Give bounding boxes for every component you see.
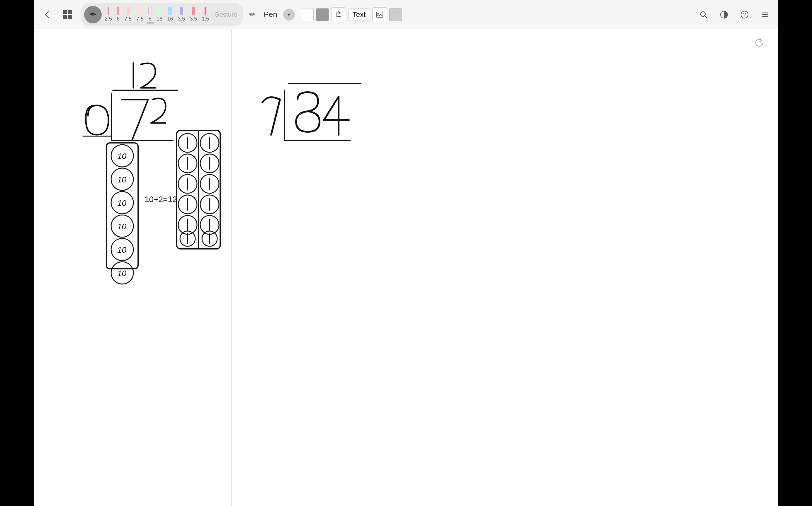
pen-size-1[interactable]: 2.5 [103,6,114,23]
svg-text:10: 10 [117,222,127,231]
svg-text:10: 10 [117,198,127,207]
svg-text:?: ? [743,12,746,17]
pen-size-6[interactable]: 16 [155,6,164,23]
text-button[interactable]: Text [348,8,370,21]
svg-point-1 [378,13,379,14]
pen-size-8[interactable]: 3.5 [176,6,187,23]
pen-tools-palette: ✒ 2.5 6 7.5 7.5 8 [81,3,243,26]
gesture-label: Gesture [214,11,237,18]
pen-size-4[interactable]: 7.5 [135,6,145,23]
pen-size-7[interactable]: 16 [165,6,175,23]
pen-size-2[interactable]: 6 [115,6,121,23]
eraser-button[interactable] [389,8,402,21]
right-tools: Text [301,7,402,22]
pen-icon: ✏ [249,10,256,19]
lasso-button[interactable] [331,7,346,22]
svg-text:10: 10 [117,152,127,161]
grid-button[interactable] [60,7,75,22]
pen-size-3[interactable]: 7.5 [123,6,133,23]
gray-color-swatch[interactable] [316,8,329,21]
pen-size-9[interactable]: 3.5 [188,6,199,23]
drawing-canvas[interactable]: 10 10 10 10 10 10 10+2=12 [34,29,778,506]
svg-text:10: 10 [117,175,127,184]
help-button[interactable]: ? [737,7,752,22]
svg-text:10+2=12: 10+2=12 [144,195,177,204]
search-button[interactable] [696,7,711,22]
back-button[interactable] [40,7,54,22]
pen-size-10[interactable]: 1.5 [200,6,211,23]
white-color-swatch[interactable] [301,8,314,21]
svg-line-3 [705,16,707,18]
svg-text:10: 10 [117,245,127,254]
pen-tool-label: Pen [264,10,277,19]
menu-button[interactable] [758,7,772,22]
svg-text:10: 10 [117,269,127,278]
pen-nib-icon: ✒ [90,10,96,19]
canvas-area[interactable]: 10 10 10 10 10 10 10+2=12 [34,29,778,506]
pen-dropdown-button[interactable]: ▾ [283,9,295,20]
pen-size-5[interactable]: 8 [147,6,154,23]
theme-toggle-button[interactable] [717,7,731,22]
grid-icon [63,10,72,19]
image-tool-button[interactable] [372,7,387,22]
active-pen-tool[interactable]: ✒ [84,6,102,23]
toolbar: ✒ 2.5 6 7.5 7.5 8 [34,0,778,29]
svg-rect-0 [377,12,383,17]
far-right-controls: ? [696,7,772,22]
